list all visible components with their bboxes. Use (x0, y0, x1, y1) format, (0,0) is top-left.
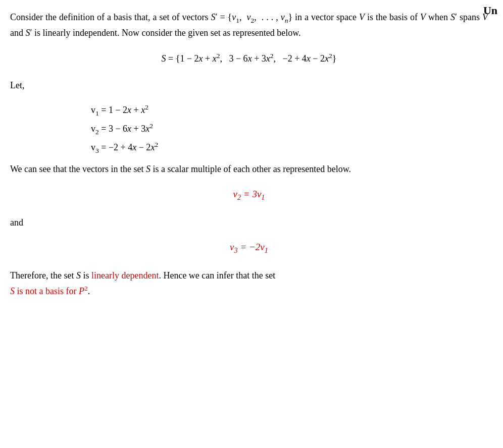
intro-paragraph: Consider the definition of a basis that,… (10, 10, 488, 40)
set-s-display: S = {1 − 2x + x2, 3 − 6x + 3x2, −2 + 4x … (10, 50, 488, 66)
s-prime-set: S′ = {v1, v2, . . . , vn} (211, 12, 292, 22)
v1-equation: v1 = 1 − 2x + x2 (91, 101, 488, 120)
vector-equations: v1 = 1 − 2x + x2 v2 = 3 − 6x + 3x2 v3 = … (91, 101, 488, 157)
scalar-paragraph: We can see that the vectors in the set S… (10, 162, 488, 177)
v3-equation: v3 = −2 + 4x − 2x2 (91, 138, 488, 157)
v3-red-equation: v3 = −2v1 (10, 240, 488, 256)
not-basis-label: S is not a basis for P2 (10, 286, 88, 296)
linearly-dependent-label: linearly dependent (91, 270, 159, 281)
let-text: Let, (10, 78, 488, 93)
v2-equation: v2 = 3 − 6x + 3x2 (91, 120, 488, 138)
main-content: Consider the definition of a basis that,… (10, 10, 488, 299)
and-text: and (10, 215, 488, 230)
conclusion-paragraph: Therefore, the set S is linearly depende… (10, 268, 488, 299)
v2-red-equation: v2 = 3v1 (10, 187, 488, 203)
corner-label: Un (483, 2, 497, 19)
